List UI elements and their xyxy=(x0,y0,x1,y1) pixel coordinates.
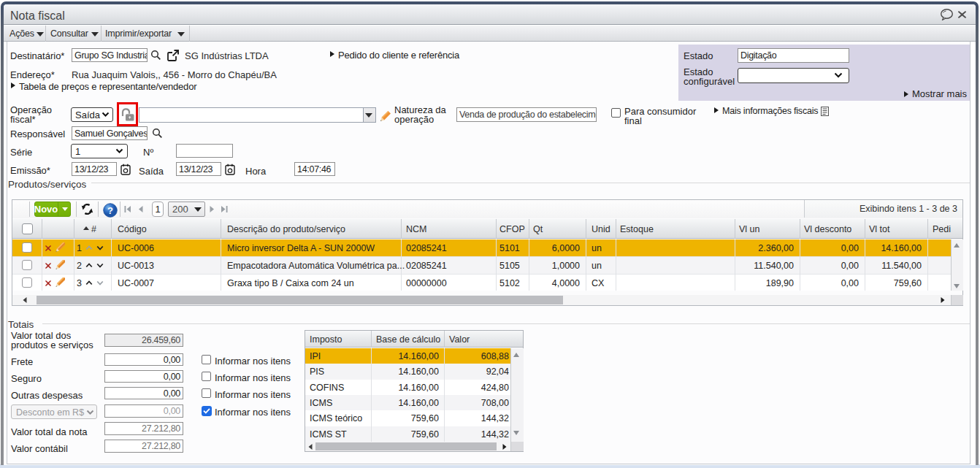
svg-text:?: ? xyxy=(107,205,113,216)
